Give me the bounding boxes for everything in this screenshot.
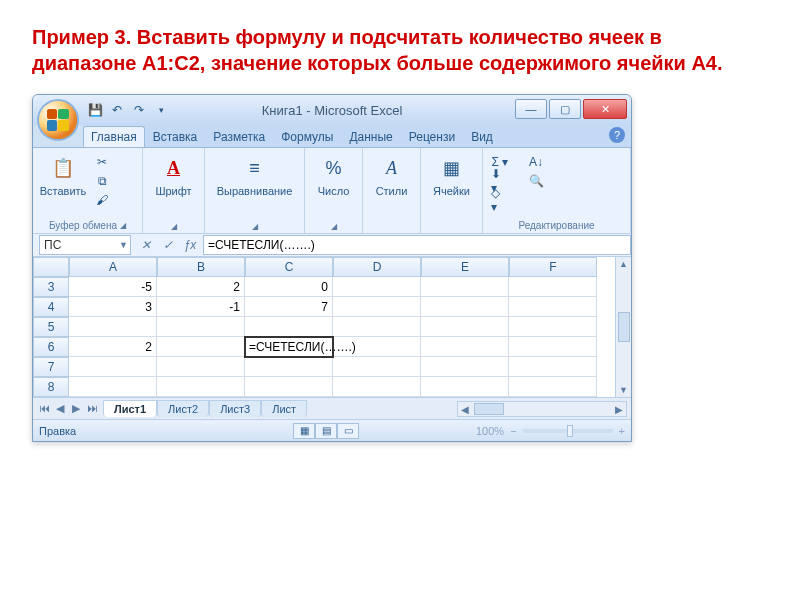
help-icon[interactable]: ? <box>609 127 625 143</box>
last-sheet-icon[interactable]: ⏭ <box>85 402 99 415</box>
cell[interactable] <box>421 297 509 317</box>
vertical-scrollbar[interactable]: ▲ ▼ <box>615 257 631 397</box>
chevron-down-icon[interactable]: ▼ <box>119 240 128 250</box>
cell[interactable] <box>421 357 509 377</box>
name-box[interactable]: ПС▼ <box>39 235 131 255</box>
sheet-tab[interactable]: Лист3 <box>209 400 261 417</box>
cell[interactable] <box>245 317 333 337</box>
cell[interactable] <box>157 337 245 357</box>
cell[interactable] <box>157 377 245 397</box>
cell[interactable] <box>333 377 421 397</box>
cell[interactable] <box>333 277 421 297</box>
first-sheet-icon[interactable]: ⏮ <box>37 402 51 415</box>
launcher-icon[interactable]: ◢ <box>331 222 337 231</box>
copy-icon[interactable]: ⧉ <box>93 173 111 189</box>
page-layout-view-icon[interactable]: ▤ <box>315 423 337 439</box>
cell[interactable] <box>421 337 509 357</box>
fx-icon[interactable]: ƒx <box>181 238 199 252</box>
cell[interactable] <box>69 377 157 397</box>
cell[interactable] <box>421 317 509 337</box>
qat-dropdown-icon[interactable]: ▾ <box>153 102 169 118</box>
launcher-icon[interactable]: ◢ <box>252 222 258 231</box>
row-header[interactable]: 3 <box>33 277 69 297</box>
cells-button[interactable]: ▦ Ячейки <box>428 152 476 197</box>
tab-layout[interactable]: Разметка <box>205 126 273 147</box>
scroll-right-icon[interactable]: ▶ <box>612 404 626 415</box>
cell-active[interactable]: =СЧЕТЕСЛИ(…….) <box>245 337 333 357</box>
styles-button[interactable]: A Стили <box>369 152 414 197</box>
clear-icon[interactable]: ◇ ▾ <box>491 192 509 208</box>
prev-sheet-icon[interactable]: ◀ <box>53 402 67 415</box>
paste-button[interactable]: 📋 Вставить <box>39 152 87 197</box>
scroll-left-icon[interactable]: ◀ <box>458 404 472 415</box>
col-header[interactable]: B <box>157 257 245 277</box>
col-header[interactable]: E <box>421 257 509 277</box>
next-sheet-icon[interactable]: ▶ <box>69 402 83 415</box>
enter-formula-icon[interactable]: ✓ <box>159 238 177 252</box>
font-button[interactable]: A Шрифт <box>150 152 198 197</box>
undo-icon[interactable]: ↶ <box>109 102 125 118</box>
select-all-corner[interactable] <box>33 257 69 277</box>
page-break-view-icon[interactable]: ▭ <box>337 423 359 439</box>
format-painter-icon[interactable]: 🖌 <box>93 192 111 208</box>
cell[interactable] <box>69 357 157 377</box>
scroll-thumb[interactable] <box>618 312 630 342</box>
horizontal-scrollbar[interactable]: ◀ ▶ <box>457 401 627 417</box>
launcher-icon[interactable]: ◢ <box>120 221 126 230</box>
zoom-slider[interactable] <box>523 429 613 433</box>
scroll-down-icon[interactable]: ▼ <box>619 385 628 395</box>
cell[interactable] <box>509 357 597 377</box>
scroll-up-icon[interactable]: ▲ <box>619 259 628 269</box>
cell[interactable] <box>157 317 245 337</box>
zoom-in-icon[interactable]: + <box>619 425 625 437</box>
tab-review[interactable]: Рецензи <box>401 126 463 147</box>
cell[interactable] <box>245 357 333 377</box>
col-header[interactable]: D <box>333 257 421 277</box>
row-header[interactable]: 5 <box>33 317 69 337</box>
close-button[interactable]: ✕ <box>583 99 627 119</box>
minimize-button[interactable]: — <box>515 99 547 119</box>
cell[interactable]: -1 <box>157 297 245 317</box>
tab-formulas[interactable]: Формулы <box>273 126 341 147</box>
cell[interactable] <box>509 297 597 317</box>
alignment-button[interactable]: ≡ Выравнивание <box>211 152 298 197</box>
sheet-tab[interactable]: Лист2 <box>157 400 209 417</box>
cell[interactable] <box>509 377 597 397</box>
row-header[interactable]: 7 <box>33 357 69 377</box>
row-header[interactable]: 8 <box>33 377 69 397</box>
cell[interactable]: 0 <box>245 277 333 297</box>
office-button[interactable] <box>37 99 79 141</box>
find-select-icon[interactable]: 🔍 <box>523 173 549 189</box>
cell[interactable] <box>333 297 421 317</box>
cell[interactable] <box>333 357 421 377</box>
cell[interactable]: 2 <box>69 337 157 357</box>
cell[interactable]: 2 <box>157 277 245 297</box>
col-header[interactable]: F <box>509 257 597 277</box>
tab-view[interactable]: Вид <box>463 126 501 147</box>
row-header[interactable]: 6 <box>33 337 69 357</box>
cell[interactable]: -5 <box>69 277 157 297</box>
cell[interactable] <box>509 337 597 357</box>
cell[interactable]: 7 <box>245 297 333 317</box>
maximize-button[interactable]: ▢ <box>549 99 581 119</box>
cell[interactable] <box>421 277 509 297</box>
sheet-tab[interactable]: Лист1 <box>103 400 157 417</box>
cell[interactable]: 3 <box>69 297 157 317</box>
number-button[interactable]: % Число <box>311 152 356 197</box>
row-header[interactable]: 4 <box>33 297 69 317</box>
tab-home[interactable]: Главная <box>83 126 145 147</box>
save-icon[interactable]: 💾 <box>87 102 103 118</box>
cancel-formula-icon[interactable]: ✕ <box>137 238 155 252</box>
cell[interactable] <box>509 317 597 337</box>
col-header[interactable]: C <box>245 257 333 277</box>
scroll-thumb[interactable] <box>474 403 504 415</box>
zoom-out-icon[interactable]: − <box>510 425 516 437</box>
cell[interactable] <box>333 317 421 337</box>
cell[interactable] <box>245 377 333 397</box>
cut-icon[interactable]: ✂ <box>93 154 111 170</box>
normal-view-icon[interactable]: ▦ <box>293 423 315 439</box>
cell[interactable] <box>157 357 245 377</box>
tab-insert[interactable]: Вставка <box>145 126 206 147</box>
redo-icon[interactable]: ↷ <box>131 102 147 118</box>
col-header[interactable]: A <box>69 257 157 277</box>
